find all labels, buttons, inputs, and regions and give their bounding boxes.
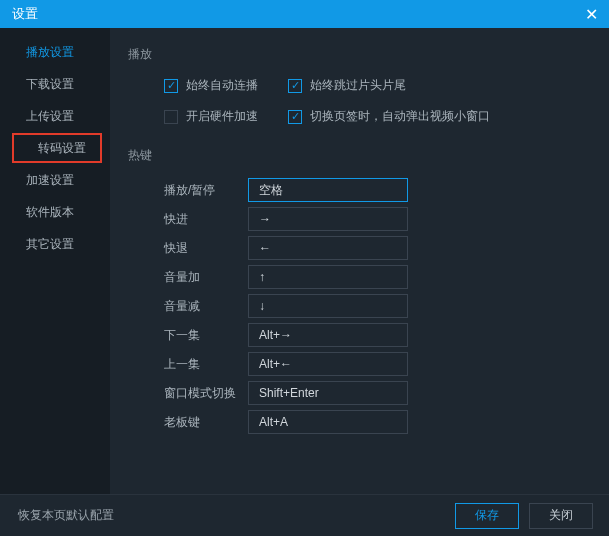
checkbox-popup[interactable]: 切换页签时，自动弹出视频小窗口 [288,108,490,125]
close-icon[interactable]: ✕ [573,0,609,28]
sidebar-item-label: 其它设置 [26,236,74,253]
hotkey-input-prev-ep[interactable] [248,352,408,376]
sidebar: 播放设置 下载设置 上传设置 转码设置 加速设置 软件版本 其它设置 [0,28,110,494]
hotkey-label: 快退 [164,240,248,257]
sidebar-item-label: 软件版本 [26,204,74,221]
sidebar-item-label: 播放设置 [26,44,74,61]
sidebar-item-label: 加速设置 [26,172,74,189]
hotkey-row: 音量加 [128,265,591,289]
hotkey-row: 老板键 [128,410,591,434]
hotkey-input-play-pause[interactable] [248,178,408,202]
hotkey-row: 播放/暂停 [128,178,591,202]
footer-actions: 保存 关闭 [455,503,593,529]
hotkey-row: 下一集 [128,323,591,347]
hotkey-label: 下一集 [164,327,248,344]
hotkeys-section: 热键 播放/暂停 快进 快退 音量加 音量减 下一集 [128,147,591,434]
hotkey-input-next-ep[interactable] [248,323,408,347]
hotkey-input-boss-key[interactable] [248,410,408,434]
sidebar-item-label: 下载设置 [26,76,74,93]
sidebar-item-upload[interactable]: 上传设置 [0,100,110,132]
hotkey-row: 快进 [128,207,591,231]
checkbox-hwacc[interactable]: 开启硬件加速 [164,108,258,125]
check-icon [288,110,302,124]
save-button[interactable]: 保存 [455,503,519,529]
sidebar-item-label: 上传设置 [26,108,74,125]
hotkey-label: 音量加 [164,269,248,286]
hotkey-label: 上一集 [164,356,248,373]
sidebar-item-other[interactable]: 其它设置 [0,228,110,260]
footer: 恢复本页默认配置 保存 关闭 [0,494,609,536]
hotkey-input-forward[interactable] [248,207,408,231]
checkbox-label: 始终跳过片头片尾 [310,77,406,94]
checkbox-autoplay[interactable]: 始终自动连播 [164,77,258,94]
titlebar: 设置 ✕ [0,0,609,28]
hotkey-input-volume-down[interactable] [248,294,408,318]
close-button[interactable]: 关闭 [529,503,593,529]
hotkey-label: 播放/暂停 [164,182,248,199]
hotkey-label: 窗口模式切换 [164,385,248,402]
hotkey-input-window-mode[interactable] [248,381,408,405]
checkbox-label: 切换页签时，自动弹出视频小窗口 [310,108,490,125]
sidebar-item-download[interactable]: 下载设置 [0,68,110,100]
checkbox-label: 开启硬件加速 [186,108,258,125]
hotkey-label: 老板键 [164,414,248,431]
hotkey-label: 快进 [164,211,248,228]
title-text: 设置 [12,5,38,23]
checkbox-row-1: 始终自动连播 始终跳过片头片尾 [128,77,591,94]
sidebar-item-accelerate[interactable]: 加速设置 [0,164,110,196]
sidebar-item-version[interactable]: 软件版本 [0,196,110,228]
check-icon [164,110,178,124]
check-icon [288,79,302,93]
hotkeys-section-title: 热键 [128,147,591,164]
check-icon [164,79,178,93]
main: 播放设置 下载设置 上传设置 转码设置 加速设置 软件版本 其它设置 播放 始终… [0,28,609,494]
reset-defaults-link[interactable]: 恢复本页默认配置 [18,507,114,524]
sidebar-item-playback[interactable]: 播放设置 [0,36,110,68]
hotkey-row: 上一集 [128,352,591,376]
checkbox-row-2: 开启硬件加速 切换页签时，自动弹出视频小窗口 [128,108,591,125]
hotkey-row: 快退 [128,236,591,260]
checkbox-skip-intro[interactable]: 始终跳过片头片尾 [288,77,406,94]
sidebar-item-transcode[interactable]: 转码设置 [12,133,102,163]
playback-section-title: 播放 [128,46,591,63]
hotkey-input-backward[interactable] [248,236,408,260]
content: 播放 始终自动连播 始终跳过片头片尾 开启硬件加速 切换页签时，自动弹出视频小窗… [110,28,609,494]
hotkey-input-volume-up[interactable] [248,265,408,289]
hotkey-label: 音量减 [164,298,248,315]
hotkey-row: 音量减 [128,294,591,318]
hotkey-row: 窗口模式切换 [128,381,591,405]
checkbox-label: 始终自动连播 [186,77,258,94]
sidebar-item-label: 转码设置 [38,140,86,157]
